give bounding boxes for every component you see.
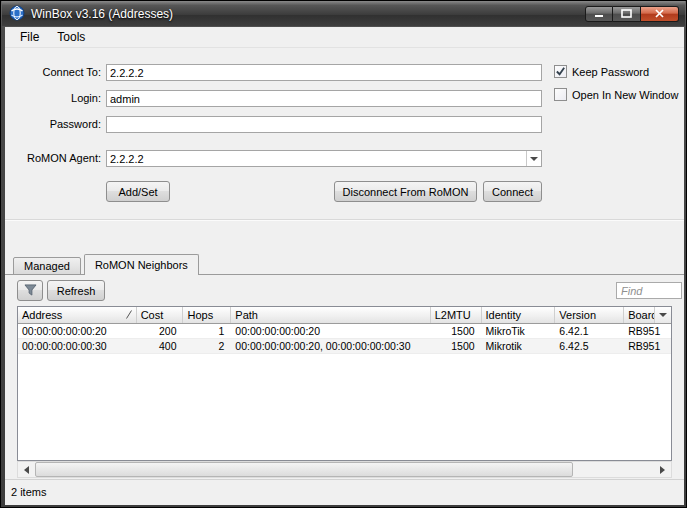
- chevron-down-icon: [530, 157, 538, 161]
- close-button[interactable]: [641, 6, 679, 22]
- cell-version: 6.42.1: [555, 324, 624, 338]
- window-title: WinBox v3.16 (Addresses): [31, 7, 173, 21]
- statusbar-separator: [5, 479, 684, 480]
- romon-agent-combo-input[interactable]: [106, 150, 542, 167]
- cell-cost: 200: [137, 324, 184, 338]
- status-items-count: 2 items: [11, 486, 46, 498]
- disconnect-from-romon-button[interactable]: Disconnect From RoMON: [334, 181, 477, 202]
- login-label: Login:: [5, 92, 101, 104]
- cell-board: RB951: [624, 324, 671, 338]
- refresh-button[interactable]: Refresh: [47, 280, 105, 301]
- menu-bar: File Tools: [5, 27, 684, 48]
- separator: [5, 219, 684, 221]
- horizontal-scrollbar[interactable]: [17, 461, 672, 478]
- client-area: File Tools Connect To: Keep Password Log…: [5, 27, 684, 505]
- titlebar[interactable]: WinBox v3.16 (Addresses): [2, 1, 685, 26]
- open-in-new-window-checkbox[interactable]: Open In New Window: [554, 88, 678, 101]
- cell-address: 00:00:00:00:00:20: [18, 324, 137, 338]
- keep-password-checkbox[interactable]: Keep Password: [554, 65, 649, 78]
- cell-path: 00:00:00:00:00:20: [231, 324, 430, 338]
- cell-address: 00:00:00:00:00:30: [18, 339, 137, 353]
- romon-agent-label: RoMON Agent:: [5, 152, 101, 164]
- menu-file[interactable]: File: [11, 27, 48, 47]
- arrow-left-icon: [24, 466, 29, 474]
- cell-cost: 400: [137, 339, 184, 353]
- column-header-cost[interactable]: Cost: [137, 307, 184, 323]
- column-header-hops[interactable]: Hops: [183, 307, 231, 323]
- table-row[interactable]: 00:00:00:00:00:20 200 1 00:00:00:00:00:2…: [18, 324, 671, 339]
- add-set-button[interactable]: Add/Set: [106, 181, 170, 202]
- maximize-icon: [621, 8, 632, 20]
- cell-board: RB951: [624, 339, 671, 353]
- minimize-icon: [594, 8, 604, 20]
- close-icon: [655, 8, 664, 20]
- keep-password-label: Keep Password: [572, 66, 649, 78]
- column-header-identity[interactable]: Identity: [482, 307, 556, 323]
- cell-path: 00:00:00:00:00:20, 00:00:00:00:00:30: [231, 339, 430, 353]
- column-header-version[interactable]: Version: [555, 307, 624, 323]
- tab-romon-neighbors[interactable]: RoMON Neighbors: [84, 254, 199, 275]
- cell-l2mtu: 1500: [431, 339, 482, 353]
- cell-version: 6.42.5: [555, 339, 624, 353]
- romon-agent-dropdown-button[interactable]: [526, 151, 541, 166]
- winbox-window: WinBox v3.16 (Addresses) File Tools Conn…: [0, 0, 687, 508]
- cell-identity: Mikrotik: [482, 339, 556, 353]
- login-input[interactable]: [106, 90, 542, 107]
- arrow-right-icon: [660, 466, 665, 474]
- column-header-address[interactable]: Address: [18, 307, 137, 323]
- column-header-l2mtu[interactable]: L2MTU: [431, 307, 482, 323]
- password-input[interactable]: [106, 116, 542, 133]
- menu-tools[interactable]: Tools: [48, 27, 94, 47]
- cell-identity: MikroTik: [482, 324, 556, 338]
- scroll-left-button[interactable]: [18, 462, 35, 477]
- filter-button[interactable]: [17, 280, 43, 301]
- sort-ascending-icon: [126, 309, 132, 321]
- checkbox-unchecked-icon: [554, 88, 567, 101]
- minimize-button[interactable]: [585, 6, 613, 22]
- find-input[interactable]: [616, 282, 682, 299]
- table-row[interactable]: 00:00:00:00:00:30 400 2 00:00:00:00:00:2…: [18, 339, 671, 354]
- maximize-button[interactable]: [613, 6, 641, 22]
- filter-icon: [24, 286, 37, 298]
- cell-hops: 2: [184, 339, 232, 353]
- connect-to-label: Connect To:: [5, 66, 101, 78]
- cell-l2mtu: 1500: [431, 324, 482, 338]
- neighbors-table: Address Cost Hops Path L2MTU Identity Ve…: [17, 306, 672, 461]
- password-label: Password:: [5, 118, 101, 130]
- scroll-right-button[interactable]: [654, 462, 671, 477]
- scrollbar-thumb[interactable]: [35, 462, 573, 477]
- column-selector-button[interactable]: [654, 307, 671, 323]
- connect-to-input[interactable]: [106, 64, 542, 81]
- column-header-path[interactable]: Path: [231, 307, 430, 323]
- tab-managed[interactable]: Managed: [13, 257, 81, 275]
- open-in-new-window-label: Open In New Window: [572, 89, 678, 101]
- connect-button[interactable]: Connect: [483, 181, 542, 202]
- table-header-row: Address Cost Hops Path L2MTU Identity Ve…: [18, 307, 671, 324]
- cell-hops: 1: [184, 324, 232, 338]
- tab-strip: Managed RoMON Neighbors: [13, 254, 202, 275]
- chevron-down-icon: [659, 313, 667, 317]
- checkbox-checked-icon: [554, 65, 567, 78]
- winbox-logo-icon: [9, 5, 25, 23]
